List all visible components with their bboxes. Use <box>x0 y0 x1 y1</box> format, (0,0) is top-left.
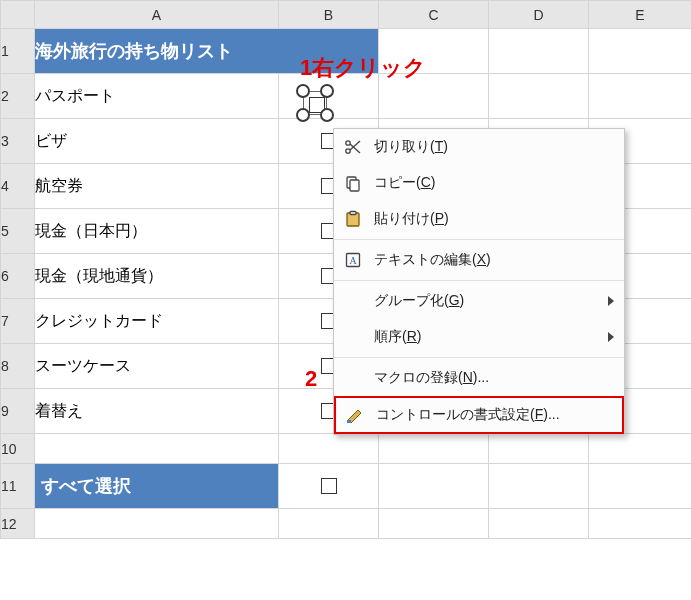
menu-separator-2 <box>334 280 624 281</box>
blank-icon <box>342 367 364 389</box>
col-header-B[interactable]: B <box>279 1 379 29</box>
row-12: 12 <box>1 509 692 539</box>
submenu-arrow-icon <box>608 296 614 306</box>
menu-separator-3 <box>334 357 624 358</box>
cell-A5[interactable]: 現金（日本円） <box>35 209 279 254</box>
column-header-row: A B C D E <box>1 1 692 29</box>
blank-icon <box>342 326 364 348</box>
cell-C12[interactable] <box>379 509 489 539</box>
cell-B12[interactable] <box>279 509 379 539</box>
paste-icon <box>342 208 364 230</box>
col-header-E[interactable]: E <box>589 1 692 29</box>
row-header-9[interactable]: 9 <box>1 389 35 434</box>
menu-label-edit-text: テキストの編集(X) <box>374 251 614 269</box>
cell-A6[interactable]: 現金（現地通貨） <box>35 254 279 299</box>
cell-B10[interactable] <box>279 434 379 464</box>
cell-D1[interactable] <box>489 29 589 74</box>
cell-E1[interactable] <box>589 29 692 74</box>
cell-E11[interactable] <box>589 464 692 509</box>
row-header-6[interactable]: 6 <box>1 254 35 299</box>
row-header-4[interactable]: 4 <box>1 164 35 209</box>
menu-item-format-control[interactable]: コントロールの書式設定(F)... <box>334 396 624 434</box>
context-menu: 切り取り(T) コピー(C) 貼り付け(P) A テキストの編集(X) グループ… <box>333 128 625 435</box>
row-header-5[interactable]: 5 <box>1 209 35 254</box>
row-11: 11 すべて選択 <box>1 464 692 509</box>
row-header-2[interactable]: 2 <box>1 74 35 119</box>
menu-label-order: 順序(R) <box>374 328 600 346</box>
menu-item-edit-text[interactable]: A テキストの編集(X) <box>334 242 624 278</box>
row-header-8[interactable]: 8 <box>1 344 35 389</box>
menu-label-paste: 貼り付け(P) <box>374 210 614 228</box>
format-control-icon <box>344 404 366 426</box>
cell-A11[interactable]: すべて選択 <box>35 464 279 509</box>
blank-icon <box>342 290 364 312</box>
cell-C11[interactable] <box>379 464 489 509</box>
col-header-A[interactable]: A <box>35 1 279 29</box>
menu-item-copy[interactable]: コピー(C) <box>334 165 624 201</box>
menu-item-order[interactable]: 順序(R) <box>334 319 624 355</box>
row-header-7[interactable]: 7 <box>1 299 35 344</box>
row-header-1[interactable]: 1 <box>1 29 35 74</box>
svg-rect-7 <box>350 212 356 215</box>
checkbox-select-all[interactable] <box>321 478 337 494</box>
cell-D11[interactable] <box>489 464 589 509</box>
row-header-3[interactable]: 3 <box>1 119 35 164</box>
select-all-corner[interactable] <box>1 1 35 29</box>
menu-item-assign-macro[interactable]: マクロの登録(N)... <box>334 360 624 396</box>
spreadsheet-view: A B C D E 1 海外旅行の持ち物リスト 2 パスポート 3 ビザ <box>0 0 691 600</box>
row-header-10[interactable]: 10 <box>1 434 35 464</box>
cell-A4[interactable]: 航空券 <box>35 164 279 209</box>
menu-label-group: グループ化(G) <box>374 292 600 310</box>
annotation-step1: 1右クリック <box>300 53 426 83</box>
col-header-C[interactable]: C <box>379 1 489 29</box>
svg-rect-10 <box>347 420 351 423</box>
edit-text-icon: A <box>342 249 364 271</box>
col-header-D[interactable]: D <box>489 1 589 29</box>
menu-label-format-control: コントロールの書式設定(F)... <box>376 406 612 424</box>
svg-point-0 <box>346 149 350 153</box>
cell-A3[interactable]: ビザ <box>35 119 279 164</box>
cell-A2[interactable]: パスポート <box>35 74 279 119</box>
menu-separator-1 <box>334 239 624 240</box>
svg-point-1 <box>346 141 350 145</box>
cell-C10[interactable] <box>379 434 489 464</box>
cell-D12[interactable] <box>489 509 589 539</box>
cell-D10[interactable] <box>489 434 589 464</box>
menu-label-assign-macro: マクロの登録(N)... <box>374 369 614 387</box>
cell-B11[interactable] <box>279 464 379 509</box>
cell-A12[interactable] <box>35 509 279 539</box>
svg-text:A: A <box>349 255 357 266</box>
cell-D2[interactable] <box>489 74 589 119</box>
row-header-11[interactable]: 11 <box>1 464 35 509</box>
menu-label-copy: コピー(C) <box>374 174 614 192</box>
cell-A8[interactable]: スーツケース <box>35 344 279 389</box>
menu-label-cut: 切り取り(T) <box>374 138 614 156</box>
menu-item-cut[interactable]: 切り取り(T) <box>334 129 624 165</box>
cell-E2[interactable] <box>589 74 692 119</box>
submenu-arrow-icon <box>608 332 614 342</box>
scissors-icon <box>342 136 364 158</box>
cell-A9[interactable]: 着替え <box>35 389 279 434</box>
menu-item-paste[interactable]: 貼り付け(P) <box>334 201 624 237</box>
cell-E12[interactable] <box>589 509 692 539</box>
row-10: 10 <box>1 434 692 464</box>
cell-E10[interactable] <box>589 434 692 464</box>
svg-rect-5 <box>350 180 359 191</box>
row-header-12[interactable]: 12 <box>1 509 35 539</box>
annotation-step2: 2 <box>305 366 317 392</box>
copy-icon <box>342 172 364 194</box>
cell-A7[interactable]: クレジットカード <box>35 299 279 344</box>
menu-item-group[interactable]: グループ化(G) <box>334 283 624 319</box>
cell-A10[interactable] <box>35 434 279 464</box>
